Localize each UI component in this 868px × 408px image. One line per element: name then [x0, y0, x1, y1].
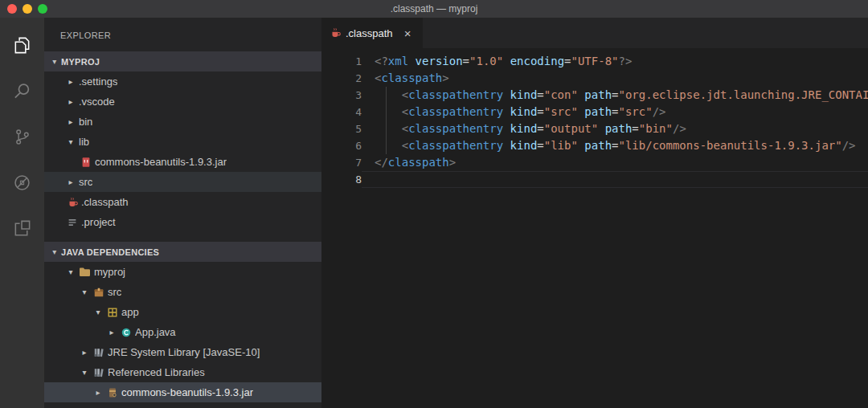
chevron-down-icon: ▾	[92, 308, 104, 316]
line-number[interactable]: 6	[321, 137, 362, 154]
java-class-icon	[121, 327, 132, 338]
tree-item-settings[interactable]: ▸.settings	[44, 71, 321, 92]
code-line-2: 2<classpath>	[321, 70, 868, 87]
tree-item-app[interactable]: ▾app	[44, 302, 321, 322]
line-number[interactable]: 7	[321, 154, 362, 171]
editor-group: .classpath × 1<?xml version="1.0" encodi…	[321, 18, 868, 408]
search-icon	[12, 81, 32, 101]
tree-item-src[interactable]: ▸src	[44, 172, 321, 192]
tree-item-label: App.java	[135, 326, 176, 338]
tree-item-classpath[interactable]: .classpath	[44, 192, 321, 212]
library-icon	[93, 367, 104, 378]
jar-icon	[107, 387, 118, 398]
traffic-lights	[0, 4, 47, 14]
chevron-down-icon: ▾	[48, 247, 61, 256]
activity-bar	[0, 18, 44, 408]
code-line-6: 6 <classpathentry kind="lib" path="lib/c…	[321, 137, 868, 154]
chevron-right-icon: ▸	[64, 97, 77, 106]
tree-item-label: JRE System Library [JavaSE-10]	[108, 346, 260, 358]
source-control-icon	[12, 127, 32, 147]
tree-item-src[interactable]: ▾src	[44, 282, 321, 302]
files-icon	[12, 35, 32, 55]
line-number[interactable]: 2	[321, 70, 362, 87]
workbench: EXPLORER ▾MYPROJ▸.settings▸.vscode▸bin▾l…	[0, 18, 868, 408]
java-file-icon	[67, 197, 78, 208]
tree-item-label: lib	[79, 136, 89, 148]
chevron-right-icon: ▸	[64, 77, 77, 86]
tree-item-vscode[interactable]: ▸.vscode	[44, 92, 321, 112]
activity-debug[interactable]	[0, 160, 44, 206]
chevron-right-icon: ▸	[105, 328, 118, 337]
code-line-content[interactable]: <classpath>	[362, 70, 868, 87]
tree-item-label: .settings	[79, 75, 117, 88]
activity-search[interactable]	[0, 68, 44, 114]
line-number[interactable]: 5	[321, 120, 362, 137]
activity-source-control[interactable]	[0, 114, 44, 160]
project-icon	[67, 217, 78, 228]
tree-item-label: app	[121, 306, 139, 318]
tree-item-referenced-libraries[interactable]: ▾Referenced Libraries	[44, 362, 321, 382]
tree-item-jre-system-library-javase-10[interactable]: ▸JRE System Library [JavaSE-10]	[44, 342, 321, 362]
line-number[interactable]: 4	[321, 104, 362, 120]
indent-guide	[386, 87, 387, 154]
tree-item-label: bin	[79, 116, 92, 128]
jar-icon	[104, 387, 120, 398]
tree-item-label: commons-beanutils-1.9.3.jar	[121, 386, 253, 398]
tree-item-label: .vscode	[79, 96, 115, 108]
code-line-content[interactable]: </classpath>	[362, 154, 868, 171]
title-bar: .classpath — myproj	[0, 0, 868, 18]
code-line-content[interactable]: <?xml version="1.0" encoding="UTF-8"?>	[362, 53, 868, 70]
code-line-1: 1<?xml version="1.0" encoding="UTF-8"?>	[321, 53, 868, 70]
code-line-content[interactable]: <classpathentry kind="output" path="bin"…	[362, 120, 868, 137]
library-icon	[91, 367, 106, 378]
close-icon[interactable]: ×	[401, 27, 415, 40]
chevron-down-icon: ▾	[48, 57, 61, 66]
vscode-window: .classpath — myproj EXPLORER ▾MYPROJ▸.se…	[0, 0, 868, 408]
library-icon	[91, 347, 106, 358]
tree-item-label: .project	[81, 216, 116, 228]
tree-item-label: commons-beanutils-1.9.3.jar	[95, 156, 227, 168]
line-number[interactable]: 8	[321, 171, 362, 188]
package-icon	[107, 307, 118, 318]
package-icon	[104, 307, 120, 318]
extensions-icon	[12, 218, 32, 239]
tree-item-label: src	[79, 176, 92, 188]
tree-item-label: .classpath	[81, 196, 129, 208]
code-line-content[interactable]: <classpathentry kind="con" path="org.ecl…	[362, 87, 868, 104]
chevron-down-icon: ▾	[64, 267, 77, 276]
jar-red-icon	[80, 157, 92, 168]
tree-item-commons-beanutils-1-9-3-jar[interactable]: commons-beanutils-1.9.3.jar	[44, 152, 321, 172]
debug-icon	[12, 173, 32, 193]
tree-item-commons-beanutils-1-9-3-jar[interactable]: ▸commons-beanutils-1.9.3.jar	[44, 382, 321, 402]
chevron-right-icon: ▸	[64, 117, 77, 126]
line-number[interactable]: 3	[321, 87, 362, 104]
package-root-icon	[93, 287, 104, 298]
tree-item-myproj[interactable]: ▾myproj	[44, 262, 321, 282]
activity-explorer[interactable]	[0, 22, 44, 68]
minimize-window-button[interactable]	[23, 4, 32, 14]
section-label: MYPROJ	[61, 57, 100, 67]
line-number[interactable]: 1	[321, 53, 362, 70]
tree-item-lib[interactable]: ▾lib	[44, 132, 321, 152]
code-line-content[interactable]	[362, 171, 868, 188]
tab-classpath[interactable]: .classpath ×	[321, 18, 423, 48]
code-line-3: 3 <classpathentry kind="con" path="org.e…	[321, 87, 868, 104]
code-area[interactable]: 1<?xml version="1.0" encoding="UTF-8"?>2…	[321, 48, 868, 408]
zoom-window-button[interactable]	[38, 4, 47, 14]
tree-item-app-java[interactable]: ▸App.java	[44, 322, 321, 342]
code-line-4: 4 <classpathentry kind="src" path="src"/…	[321, 104, 868, 120]
tree-item-bin[interactable]: ▸bin	[44, 112, 321, 132]
java-class-icon	[118, 327, 133, 338]
code-line-content[interactable]: <classpathentry kind="src" path="src"/>	[362, 104, 868, 120]
chevron-down-icon: ▾	[64, 137, 77, 146]
code-line-content[interactable]: <classpathentry kind="lib" path="lib/com…	[362, 137, 868, 154]
tree-item-label: Referenced Libraries	[108, 366, 205, 378]
section-header-myproj[interactable]: ▾MYPROJ	[44, 51, 321, 71]
section-header-java-dependencies[interactable]: ▾JAVA DEPENDENCIES	[44, 242, 321, 262]
close-window-button[interactable]	[7, 4, 17, 14]
tree-item-project[interactable]: .project	[44, 212, 321, 232]
activity-extensions[interactable]	[0, 206, 44, 251]
sidebar-title: EXPLORER	[44, 18, 321, 51]
code-line-8: 8	[321, 171, 868, 188]
section-label: JAVA DEPENDENCIES	[61, 247, 159, 257]
